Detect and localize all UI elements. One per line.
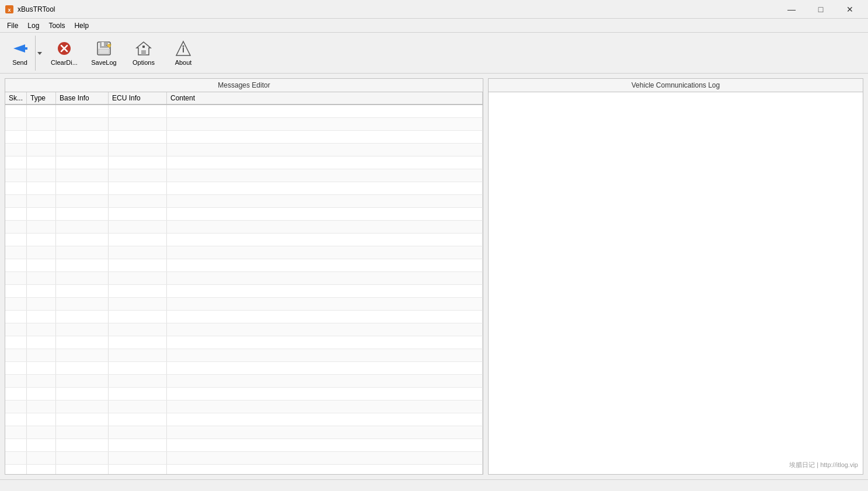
table-cell <box>56 169 109 182</box>
table-row[interactable] <box>5 426 483 438</box>
table-row[interactable] <box>5 207 483 220</box>
table-cell <box>109 400 167 413</box>
table-cell <box>109 387 167 400</box>
table-row[interactable] <box>5 464 483 474</box>
table-row[interactable] <box>5 374 483 387</box>
table-cell <box>167 438 483 451</box>
table-cell <box>167 464 483 474</box>
table-row[interactable] <box>5 438 483 451</box>
table-cell <box>167 349 483 361</box>
save-log-button[interactable]: SaveLog <box>85 36 123 71</box>
table-cell <box>56 246 109 259</box>
table-cell <box>27 130 56 143</box>
table-row[interactable] <box>5 310 483 323</box>
table-cell <box>56 374 109 387</box>
table-cell <box>56 336 109 349</box>
menu-file[interactable]: File <box>2 19 23 32</box>
table-row[interactable] <box>5 194 483 207</box>
about-button[interactable]: About <box>165 36 202 71</box>
table-row[interactable] <box>5 400 483 413</box>
table-cell <box>109 297 167 310</box>
table-cell <box>27 387 56 400</box>
table-cell <box>5 246 27 259</box>
table-cell <box>109 438 167 451</box>
vehicle-log-content[interactable]: 埃腊日记 | http://itlog.vip <box>489 92 863 474</box>
table-row[interactable] <box>5 143 483 156</box>
table-cell <box>5 182 27 194</box>
table-cell <box>167 220 483 233</box>
menu-bar: File Log Tools Help <box>0 19 868 33</box>
table-row[interactable] <box>5 413 483 426</box>
maximize-button[interactable]: □ <box>807 1 834 18</box>
menu-help[interactable]: Help <box>69 19 93 32</box>
table-row[interactable] <box>5 220 483 233</box>
table-cell <box>27 374 56 387</box>
table-row[interactable] <box>5 271 483 284</box>
table-header-row: Sk... Type Base Info ECU Info Content <box>5 92 483 105</box>
messages-editor-title: Messages Editor <box>5 79 483 92</box>
col-header-type: Type <box>27 92 56 105</box>
table-row[interactable] <box>5 259 483 271</box>
table-cell <box>167 451 483 464</box>
table-cell <box>5 451 27 464</box>
table-cell <box>56 413 109 426</box>
table-cell <box>5 310 27 323</box>
table-row[interactable] <box>5 297 483 310</box>
table-cell <box>27 310 56 323</box>
clear-di-button[interactable]: ClearDi... <box>46 36 83 71</box>
table-cell <box>27 413 56 426</box>
table-cell <box>167 194 483 207</box>
table-cell <box>109 130 167 143</box>
table-cell <box>27 361 56 374</box>
table-cell <box>27 105 56 117</box>
options-button[interactable]: Options <box>125 36 162 71</box>
table-cell <box>56 361 109 374</box>
messages-table-wrapper[interactable]: Sk... Type Base Info ECU Info Content <box>5 92 483 474</box>
table-row[interactable] <box>5 105 483 117</box>
svg-marker-2 <box>13 44 25 53</box>
table-cell <box>109 182 167 194</box>
main-content: Messages Editor Sk... Type Base Info ECU… <box>0 74 868 479</box>
table-row[interactable] <box>5 117 483 130</box>
table-cell <box>5 156 27 169</box>
table-row[interactable] <box>5 233 483 246</box>
table-cell <box>5 105 27 117</box>
svg-marker-4 <box>37 52 42 55</box>
table-row[interactable] <box>5 336 483 349</box>
table-row[interactable] <box>5 284 483 297</box>
clear-di-icon <box>56 40 72 57</box>
table-cell <box>27 156 56 169</box>
table-cell <box>5 233 27 246</box>
table-cell <box>109 361 167 374</box>
table-cell <box>27 143 56 156</box>
table-cell <box>27 426 56 438</box>
table-row[interactable] <box>5 156 483 169</box>
table-row[interactable] <box>5 130 483 143</box>
table-row[interactable] <box>5 361 483 374</box>
table-cell <box>167 323 483 336</box>
table-cell <box>27 438 56 451</box>
menu-tools[interactable]: Tools <box>44 19 69 32</box>
table-row[interactable] <box>5 323 483 336</box>
table-cell <box>56 400 109 413</box>
table-row[interactable] <box>5 169 483 182</box>
table-cell <box>5 220 27 233</box>
minimize-button[interactable]: — <box>778 1 805 18</box>
table-cell <box>109 413 167 426</box>
table-cell <box>167 259 483 271</box>
menu-log[interactable]: Log <box>23 19 44 32</box>
table-row[interactable] <box>5 349 483 361</box>
table-cell <box>27 220 56 233</box>
status-bar <box>0 479 868 491</box>
send-dropdown-button[interactable] <box>35 36 43 71</box>
table-cell <box>5 117 27 130</box>
table-cell <box>167 426 483 438</box>
table-row[interactable] <box>5 451 483 464</box>
table-row[interactable] <box>5 387 483 400</box>
table-row[interactable] <box>5 246 483 259</box>
close-button[interactable]: ✕ <box>836 1 863 18</box>
table-cell <box>167 169 483 182</box>
watermark: 埃腊日记 | http://itlog.vip <box>789 461 858 469</box>
table-row[interactable] <box>5 182 483 194</box>
send-button[interactable]: Send <box>5 36 35 71</box>
